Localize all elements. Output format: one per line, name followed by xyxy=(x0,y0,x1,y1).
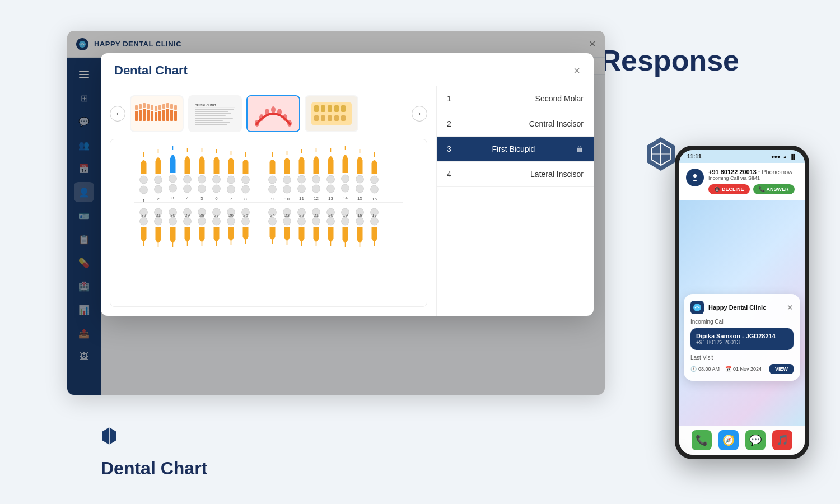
modal-close-btn[interactable]: × xyxy=(573,64,580,77)
svg-point-98 xyxy=(283,176,291,184)
dock-messages-icon[interactable]: 💬 xyxy=(745,430,766,450)
svg-point-114 xyxy=(342,175,349,183)
phone-background: Happy Dental Clinic ✕ Incoming Call Dipi… xyxy=(679,200,805,426)
tooth-list-item-3[interactable]: 3First Bicupid 🗑 xyxy=(437,137,594,162)
svg-text:26: 26 xyxy=(228,213,234,218)
dock-music-icon[interactable]: 🎵 xyxy=(772,430,792,450)
decline-call-btn[interactable]: 📵 DECLINE xyxy=(708,184,750,194)
tooth-list-item-4[interactable]: 4Lateral Inscisor xyxy=(437,162,594,187)
svg-rect-19 xyxy=(170,110,173,121)
svg-point-48 xyxy=(287,120,292,127)
svg-point-118 xyxy=(356,175,364,183)
svg-rect-18 xyxy=(166,109,169,121)
svg-point-74 xyxy=(184,185,192,193)
svg-point-147 xyxy=(213,217,221,225)
svg-point-65 xyxy=(155,176,162,184)
svg-point-184 xyxy=(356,217,364,225)
svg-rect-11 xyxy=(139,110,142,121)
phone-frame: 11:11 ●●● ▲ ▐▌ +91 80122 20013 · xyxy=(675,146,809,459)
carousel-prev-btn[interactable]: ‹ xyxy=(110,106,125,122)
svg-rect-53 xyxy=(334,105,339,112)
svg-point-123 xyxy=(371,185,379,193)
svg-text:14: 14 xyxy=(343,195,348,200)
svg-rect-31 xyxy=(174,105,177,110)
tooth-list-panel: 1 Second Molar 2 Central Inscisor 3First… xyxy=(437,86,594,316)
notif-type: Incoming Call xyxy=(690,319,794,325)
phone-dock: 📞 🧭 💬 🎵 xyxy=(679,426,805,455)
notif-header: Happy Dental Clinic ✕ xyxy=(690,301,794,314)
svg-rect-29 xyxy=(166,103,169,108)
svg-point-131 xyxy=(155,217,162,225)
svg-rect-50 xyxy=(314,105,319,112)
svg-point-47 xyxy=(283,114,287,121)
svg-text:6: 6 xyxy=(215,196,218,201)
svg-point-143 xyxy=(198,217,206,225)
svg-rect-27 xyxy=(158,105,161,110)
svg-text:10: 10 xyxy=(284,197,290,202)
svg-text:31: 31 xyxy=(156,213,161,218)
svg-point-43 xyxy=(259,114,264,121)
svg-rect-21 xyxy=(135,105,138,110)
svg-rect-12 xyxy=(143,109,146,121)
svg-rect-41 xyxy=(195,124,227,125)
thumbnail-2[interactable]: DENTAL CHART xyxy=(188,95,242,132)
delete-tooth-icon[interactable]: 🗑 xyxy=(576,144,584,153)
tooth-list-item-1[interactable]: 1 Second Molar xyxy=(437,86,594,111)
svg-text:30: 30 xyxy=(170,213,175,218)
thumbnail-3[interactable] xyxy=(246,95,300,132)
svg-rect-51 xyxy=(321,105,325,112)
tooth-list-item-2[interactable]: 2 Central Inscisor xyxy=(437,111,594,137)
svg-rect-22 xyxy=(139,104,142,109)
notif-visit-date: 📅 01 Nov 2024 xyxy=(725,366,762,372)
view-patient-btn[interactable]: VIEW xyxy=(769,364,794,374)
svg-point-46 xyxy=(277,109,282,115)
svg-rect-52 xyxy=(328,105,332,112)
svg-rect-58 xyxy=(334,115,339,121)
dock-phone-icon[interactable]: 📞 xyxy=(692,430,712,450)
svg-point-90 xyxy=(242,185,250,193)
carousel-next-btn[interactable]: › xyxy=(412,106,427,122)
caller-number: +91 80122 20013 · Phone·now xyxy=(708,169,798,175)
svg-point-95 xyxy=(269,185,277,193)
thumbnail-4[interactable] xyxy=(305,95,358,132)
svg-point-111 xyxy=(327,185,335,193)
svg-rect-28 xyxy=(162,104,165,109)
notif-app-icon xyxy=(690,301,704,314)
notif-visit-time: 🕗 08:00 AM xyxy=(690,366,720,372)
svg-point-122 xyxy=(371,176,379,184)
svg-rect-34 xyxy=(195,109,234,110)
dock-safari-icon[interactable]: 🧭 xyxy=(718,430,739,450)
svg-text:3: 3 xyxy=(171,195,174,200)
svg-point-78 xyxy=(198,185,206,193)
svg-point-102 xyxy=(298,175,306,183)
svg-text:DENTAL CHART: DENTAL CHART xyxy=(195,104,216,107)
caller-avatar xyxy=(686,169,704,186)
svg-rect-10 xyxy=(135,111,138,121)
svg-text:21: 21 xyxy=(314,213,319,218)
svg-point-155 xyxy=(242,217,250,225)
svg-text:28: 28 xyxy=(199,213,204,218)
dental-chart-modal: Dental Chart × ‹ xyxy=(101,58,594,316)
calendar-icon: 📅 xyxy=(725,366,731,372)
svg-point-107 xyxy=(312,185,320,193)
svg-rect-57 xyxy=(328,115,332,121)
svg-text:19: 19 xyxy=(343,213,348,218)
svg-point-99 xyxy=(283,185,291,193)
phone-status-bar: 11:11 ●●● ▲ ▐▌ xyxy=(679,150,805,163)
svg-text:27: 27 xyxy=(214,213,219,218)
notif-last-visit-label: Last Visit xyxy=(690,354,794,361)
svg-rect-15 xyxy=(155,112,157,121)
notif-close-btn[interactable]: ✕ xyxy=(787,303,794,312)
battery-icon: ▐▌ xyxy=(790,154,797,160)
notif-visit-row: 🕗 08:00 AM 📅 01 Nov 2024 VIEW xyxy=(690,364,794,374)
svg-rect-56 xyxy=(321,115,325,121)
desktop-window: HAPPY DENTAL CLINIC ✕ ⊞ 💬 👥 📅 👤 🪪 📋 💊 🏥 … xyxy=(67,31,605,395)
answer-call-btn[interactable]: 📞 ANSWER xyxy=(753,184,795,194)
svg-point-42 xyxy=(255,120,259,127)
svg-point-135 xyxy=(169,217,177,225)
svg-point-44 xyxy=(265,109,269,115)
svg-rect-30 xyxy=(170,104,173,109)
thumbnail-1[interactable] xyxy=(130,95,184,132)
svg-rect-26 xyxy=(155,106,157,111)
svg-rect-40 xyxy=(195,122,230,123)
